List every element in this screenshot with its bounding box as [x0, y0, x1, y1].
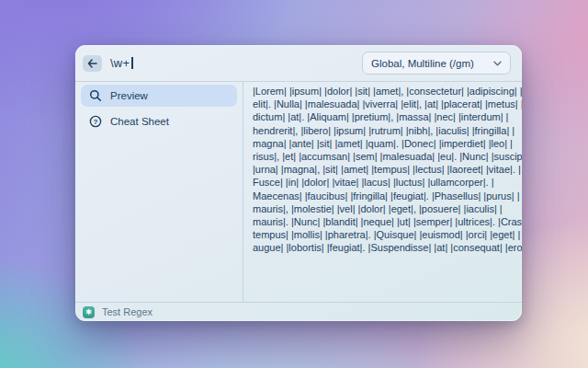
test-regex-window: \w+ Global, Multiline (/gm) Preview [75, 45, 522, 321]
desktop: { "window": { "toolbar": { "pattern_valu… [0, 0, 588, 368]
match-line: Fusce| |in| |dolor| |vitae| |lacus| |luc… [253, 176, 513, 189]
arrow-left-icon [87, 59, 97, 68]
asterisk-app-icon: ✱ [83, 306, 95, 318]
magnifier-icon [88, 89, 102, 103]
preview-text[interactable]: |Lorem| |ipsum| |dolor| |sit| |amet|, |c… [243, 82, 522, 302]
match-line: Maecenas| |faucibus| |fringilla| |feugia… [253, 190, 513, 202]
regex-pattern-input[interactable]: \w+ [110, 56, 133, 70]
sidebar-item-cheat-sheet[interactable]: ? Cheat Sheet [81, 110, 237, 132]
match-line: dictum| |at|. |Aliquam| |pretium|, |mass… [253, 110, 513, 123]
match-line: hendrerit|, |libero| |ipsum| |rutrum| |n… [253, 124, 513, 137]
match-line: mauris|, |molestie| |vel| |dolor| |eget|… [253, 202, 513, 215]
match-line: |urna| |magna|, |sit| |amet| |tempus| |l… [253, 163, 513, 176]
match-line: elit|. |Nulla| |malesuada| |viverra| |el… [253, 98, 513, 110]
match-line: |Lorem| |ipsum| |dolor| |sit| |amet|, |c… [253, 85, 513, 98]
sidebar-item-label: Preview [110, 90, 148, 101]
flags-dropdown[interactable]: Global, Multiline (/gm) [362, 52, 511, 75]
match-line: tempus| |mollis| |pharetra|. |Quisque| |… [253, 228, 513, 241]
chevron-down-icon [493, 61, 502, 66]
back-button[interactable] [83, 55, 102, 72]
match-line: risus|, |et| |accumsan| |sem| |malesuada… [253, 150, 513, 163]
toolbar: \w+ Global, Multiline (/gm) [75, 45, 522, 81]
match-line: augue| |lobortis| |feugiat|. |Suspendiss… [253, 241, 513, 254]
sidebar-item-preview[interactable]: Preview [81, 85, 237, 107]
sidebar-item-label: Cheat Sheet [110, 116, 169, 127]
window-body: Preview ? Cheat Sheet |Lorem| |ipsum| |d… [75, 81, 522, 303]
footer: ✱ Test Regex [75, 303, 522, 321]
svg-text:?: ? [93, 118, 97, 126]
question-circle-icon: ? [88, 115, 102, 129]
match-line: magna| |ante| |sit| |amet| |quam|. |Done… [253, 137, 513, 150]
footer-app-label: Test Regex [102, 306, 153, 317]
flags-dropdown-value: Global, Multiline (/gm) [371, 58, 474, 69]
text-caret [131, 57, 133, 69]
match-line: mauris|. |Nunc| |blandit| |neque| |ut| |… [253, 215, 513, 228]
regex-pattern-value: \w+ [110, 56, 130, 70]
sidebar: Preview ? Cheat Sheet [75, 82, 243, 302]
